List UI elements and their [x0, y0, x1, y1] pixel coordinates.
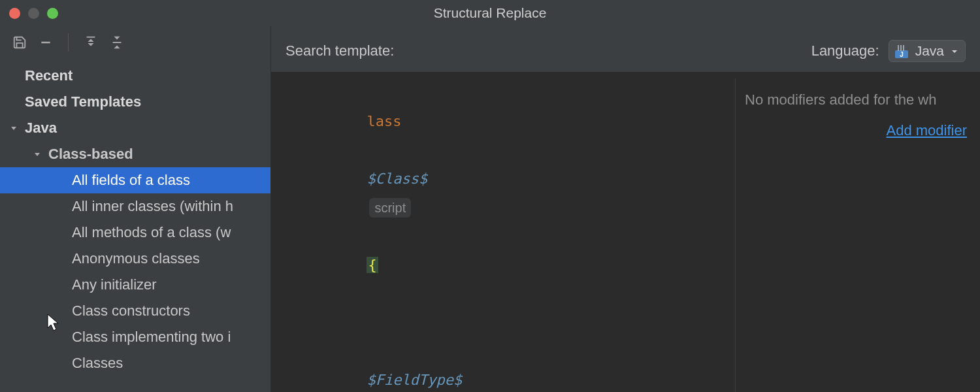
- svg-rect-5: [900, 45, 902, 51]
- maximize-window-button[interactable]: [47, 8, 58, 19]
- svg-text:J: J: [900, 51, 904, 58]
- svg-rect-1: [87, 37, 95, 38]
- tree-item-label: Classes: [72, 355, 123, 372]
- tree-item[interactable]: All methods of a class (w: [0, 220, 270, 246]
- code-variable: $Class$: [367, 171, 427, 187]
- close-window-button[interactable]: [9, 8, 20, 19]
- titlebar: Structural Replace: [0, 0, 980, 26]
- code-variable: $FieldType$: [367, 372, 462, 388]
- chevron-down-icon: [951, 43, 958, 59]
- language-dropdown[interactable]: J Java: [889, 40, 966, 62]
- language-label: Language:: [811, 42, 879, 59]
- sidebar-toolbar: [0, 26, 270, 59]
- tree-item-label: All methods of a class (w: [72, 224, 231, 241]
- tree-item[interactable]: Classes: [0, 350, 270, 376]
- tree-item[interactable]: Class-based: [0, 141, 270, 167]
- svg-rect-4: [898, 45, 899, 51]
- tree-item[interactable]: Class implementing two i: [0, 324, 270, 350]
- language-selector-group: Language: J Java: [811, 40, 966, 62]
- tree-item[interactable]: Java: [0, 115, 270, 141]
- tree-item[interactable]: Anonymous classes: [0, 246, 270, 272]
- tree-item-label: Saved Templates: [25, 93, 141, 110]
- tree-item-label: All fields of a class: [72, 172, 190, 189]
- code-keyword: lass: [367, 113, 401, 129]
- remove-template-icon[interactable]: [38, 35, 54, 50]
- svg-rect-6: [903, 45, 904, 51]
- modifiers-panel: No modifiers added for the wh Add modifi…: [735, 78, 980, 392]
- expand-all-icon[interactable]: [83, 35, 99, 50]
- code-brace: {: [367, 257, 378, 273]
- tree-item-label: All inner classes (within h: [72, 198, 233, 215]
- minimize-window-button[interactable]: [28, 8, 39, 19]
- tree-item-label: Java: [25, 120, 57, 137]
- window-controls: [0, 8, 58, 19]
- tree-item[interactable]: Saved Templates: [0, 89, 270, 115]
- collapse-all-icon[interactable]: [109, 35, 125, 50]
- svg-rect-2: [113, 42, 122, 43]
- add-modifier-link[interactable]: Add modifier: [886, 121, 967, 141]
- tree-item[interactable]: Class constructors: [0, 298, 270, 324]
- tree-item[interactable]: Recent: [0, 63, 270, 89]
- tree-item[interactable]: All fields of a class: [0, 167, 270, 193]
- window-title: Structural Replace: [0, 0, 980, 26]
- tree-item[interactable]: All inner classes (within h: [0, 193, 270, 220]
- tree-item-label: Class implementing two i: [72, 329, 231, 346]
- editor-panel: Search template: Language: J Java lass: [271, 26, 980, 392]
- tree-item-label: Anonymous classes: [72, 250, 200, 267]
- search-template-header: Search template: Language: J Java: [271, 26, 980, 72]
- search-template-label: Search template:: [286, 42, 394, 59]
- tree-item-label: Class constructors: [72, 302, 190, 319]
- expand-chevron-icon[interactable]: [30, 150, 44, 159]
- search-template-editor[interactable]: lass $Class$ script { $FieldType$ $Field…: [271, 72, 980, 392]
- tree-item-label: Class-based: [48, 146, 133, 163]
- template-tree[interactable]: RecentSaved TemplatesJavaClass-basedAll …: [0, 59, 270, 392]
- modifiers-empty-text: No modifiers added for the wh: [745, 90, 980, 110]
- java-file-icon: J: [894, 44, 909, 58]
- tree-item[interactable]: Any initializer: [0, 272, 270, 298]
- expand-chevron-icon[interactable]: [7, 123, 21, 133]
- template-sidebar: RecentSaved TemplatesJavaClass-basedAll …: [0, 26, 271, 392]
- tree-item-label: Any initializer: [72, 276, 157, 293]
- toolbar-separator: [68, 33, 69, 52]
- language-value: Java: [915, 43, 944, 59]
- tree-item-label: Recent: [25, 67, 73, 84]
- variable-hint-script[interactable]: script: [369, 198, 411, 218]
- save-template-icon[interactable]: [12, 35, 27, 50]
